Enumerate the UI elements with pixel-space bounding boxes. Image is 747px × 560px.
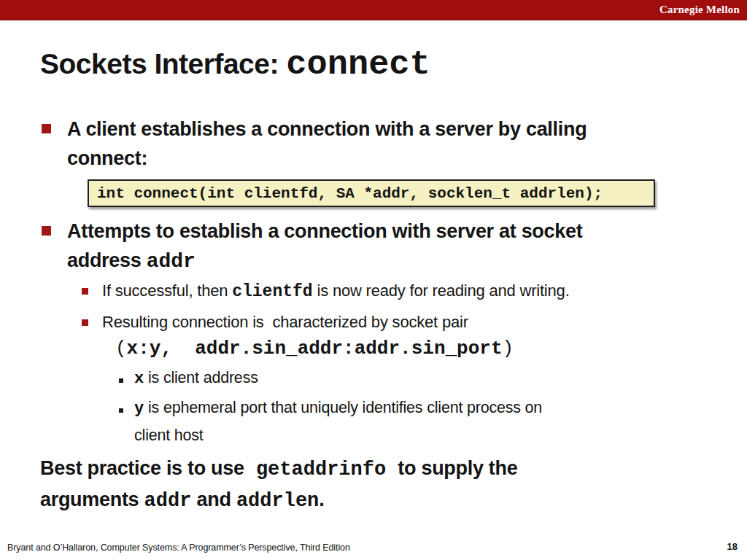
- pair-open-paren: (: [115, 338, 127, 359]
- title-text: Sockets Interface:: [40, 48, 286, 79]
- sub-bullet-1-text-b: is now ready for reading and writing.: [313, 281, 570, 300]
- brand-logo: Carnegie Mellon: [659, 4, 747, 16]
- sub-bullet-square-icon: [82, 319, 88, 326]
- bullet-2-code: addr: [147, 250, 196, 273]
- bullet-1-text: A client establishes a connection with a…: [67, 118, 587, 169]
- bullet-2-text: Attempts to establish a connection with …: [67, 220, 582, 271]
- third-bullet-1-code: x: [134, 370, 144, 388]
- sub-bullet-square-icon: [82, 288, 88, 295]
- code-line: int connect(int clientfd, SA *addr, sock…: [89, 185, 603, 202]
- best-code-addr: addr: [144, 490, 192, 512]
- third-bullet-2-text: is ephemeral port that uniquely identifi…: [134, 399, 542, 444]
- title-code-text: connect: [286, 45, 430, 84]
- best-code-addrlen: addrlen: [236, 490, 319, 512]
- bullet-square-icon: [42, 124, 51, 133]
- mini-bullet-square-icon: [119, 378, 123, 383]
- code-box: int connect(int clientfd, SA *addr, sock…: [88, 179, 655, 207]
- footer-citation: Bryant and O’Hallaron, Computer Systems:…: [7, 542, 350, 553]
- best-text-a: Best practice is to use: [40, 457, 249, 479]
- pair-code: x:y, addr.sin_addr:addr.sin_port: [127, 338, 503, 359]
- sub-bullet-2-text: Resulting connection is characterized by…: [102, 313, 468, 331]
- pair-close-paren: ): [503, 338, 514, 359]
- sub-bullet-1-code: clientfd: [232, 282, 312, 301]
- bullet-square-icon: [42, 226, 51, 236]
- page-title: Sockets Interface: connect: [40, 45, 430, 85]
- sub-bullet-1-text-a: If successful, then: [102, 281, 232, 300]
- best-code-getaddrinfo: getaddrinfo: [256, 459, 386, 481]
- third-bullet-2-code: y: [134, 400, 144, 418]
- page-number: 18: [727, 541, 738, 552]
- header-bar: Carnegie Mellon: [0, 0, 747, 20]
- mini-bullet-square-icon: [119, 408, 123, 413]
- best-text-d: .: [319, 489, 324, 510]
- slide: Carnegie Mellon Sockets Interface: conne…: [0, 0, 747, 560]
- footer: Bryant and O’Hallaron, Computer Systems:…: [0, 542, 747, 556]
- third-bullet-1-text: is client address: [144, 369, 258, 386]
- best-text-c: and: [191, 489, 236, 510]
